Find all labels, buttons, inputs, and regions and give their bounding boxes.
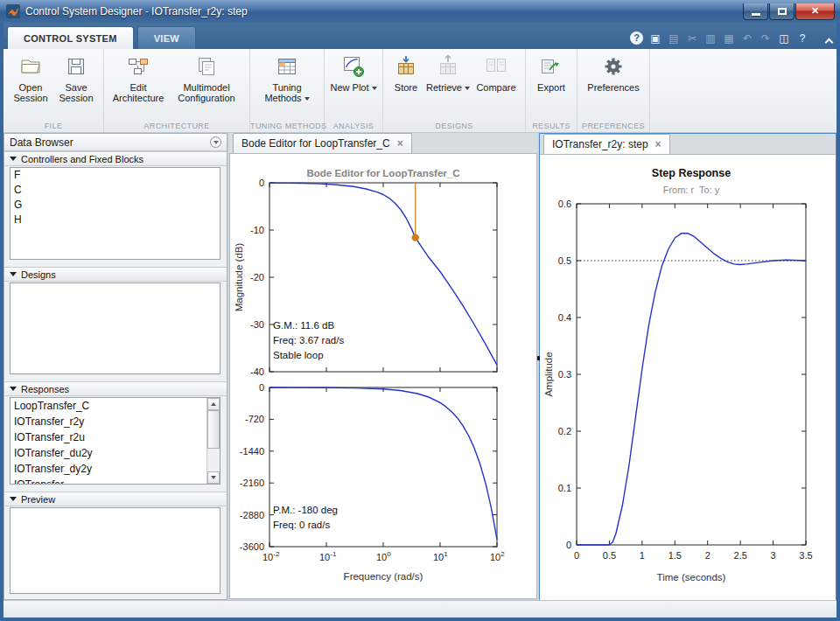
new-plot-button[interactable]: New Plot: [329, 52, 378, 120]
svg-text:1: 1: [640, 550, 645, 561]
scrollbar[interactable]: [206, 398, 220, 484]
open-session-button[interactable]: Open Session: [8, 52, 53, 120]
app-icon: [6, 4, 20, 18]
list-item[interactable]: IOTransfer_dy2y: [10, 461, 220, 477]
help-circle-icon[interactable]: ?: [630, 31, 643, 45]
tab-control-system[interactable]: CONTROL SYSTEM: [7, 26, 134, 49]
panel-menu-icon[interactable]: [210, 136, 221, 148]
svg-text:101: 101: [433, 550, 448, 562]
svg-text:-2880: -2880: [240, 510, 264, 520]
close-tab-icon[interactable]: ×: [397, 139, 403, 148]
close-tab-icon[interactable]: ×: [655, 140, 662, 149]
screenshot-icon[interactable]: ▣: [649, 32, 662, 45]
svg-text:-1440: -1440: [240, 446, 264, 457]
scrollbar-down-button[interactable]: [207, 471, 220, 484]
ribbon-group-label-analysis: ANALYSIS: [325, 122, 382, 130]
list-item[interactable]: IOTransfer_r2y: [10, 414, 220, 429]
help-icon[interactable]: ?: [796, 32, 808, 45]
step-response-plot[interactable]: 00.10.20.30.40.50.600.511.522.533.5Ampli…: [540, 155, 836, 599]
minimize-button[interactable]: [743, 3, 768, 20]
list-item[interactable]: G: [10, 198, 220, 213]
store-button[interactable]: Store: [388, 52, 424, 120]
section-header-designs[interactable]: Designs: [4, 267, 227, 282]
preferences-button[interactable]: Preferences: [582, 52, 645, 120]
gain-margin-marker[interactable]: [412, 234, 419, 241]
section-header-preview[interactable]: Preview: [4, 492, 227, 506]
window-title: Control System Designer - IOTransfer_r2y…: [25, 5, 248, 17]
maximize-button[interactable]: [769, 3, 794, 20]
svg-text:-2160: -2160: [240, 478, 264, 488]
svg-text:-20: -20: [250, 272, 264, 283]
list-item[interactable]: H: [10, 213, 220, 227]
undo-icon[interactable]: ↶: [741, 32, 753, 45]
svg-text:10-2: 10-2: [262, 550, 280, 562]
step-response-content: Step Response From: r To: y 00.10.20.30.…: [540, 155, 836, 600]
export-button[interactable]: Export: [530, 52, 572, 120]
save-icon[interactable]: ▤: [668, 32, 680, 45]
collapse-triangle-icon: [10, 272, 17, 276]
edit-architecture-button[interactable]: Edit Architecture: [108, 52, 168, 120]
multimodel-configuration-icon: [196, 53, 217, 80]
tab-step-response[interactable]: IOTransfer_r2y: step ×: [543, 134, 670, 154]
svg-text:0: 0: [566, 540, 571, 550]
close-button[interactable]: ✕: [795, 3, 835, 20]
svg-text:0.2: 0.2: [558, 426, 571, 436]
save-session-button[interactable]: Save Session: [53, 52, 99, 120]
list-item[interactable]: IOTransfer_: [10, 477, 220, 485]
step-response-panel: IOTransfer_r2y: step × Step Response Fro…: [539, 133, 836, 600]
tuning-methods-button[interactable]: Tuning Methods: [255, 52, 319, 120]
retrieve-button[interactable]: Retrieve: [424, 52, 472, 120]
list-item[interactable]: IOTransfer_du2y: [10, 445, 220, 461]
tab-view[interactable]: VIEW: [137, 26, 196, 49]
section-header-controllers[interactable]: Controllers and Fixed Blocks: [4, 151, 227, 166]
svg-text:0.3: 0.3: [558, 369, 571, 380]
ribbon-group-label-preferences: PREFERENCES: [578, 122, 649, 130]
paste-icon[interactable]: ▦: [723, 32, 735, 45]
control-system-designer-window: Control System Designer - IOTransfer_r2y…: [0, 0, 840, 621]
dropdown-caret-icon: [372, 87, 377, 90]
dropdown-caret-icon: [465, 87, 470, 90]
responses-list: LoopTransfer_CIOTransfer_r2yIOTransfer_r…: [10, 397, 220, 485]
section-header-responses[interactable]: Responses: [4, 381, 227, 396]
maximize-icon: [778, 8, 787, 15]
list-item[interactable]: LoopTransfer_C: [10, 398, 220, 414]
collapse-triangle-icon: [10, 387, 17, 391]
triangle-down-icon: [211, 476, 216, 479]
collapse-triangle-icon: [10, 497, 17, 501]
compare-button[interactable]: Compare: [472, 52, 521, 120]
list-item[interactable]: F: [10, 168, 220, 183]
preview-box: [10, 507, 220, 594]
ribbon-group-architecture: Edit Architecture Multimodel Configurati…: [104, 49, 250, 132]
scrollbar-up-button[interactable]: [207, 398, 220, 410]
controllers-list: FCGH: [10, 167, 220, 260]
copy-icon[interactable]: ▥: [704, 32, 717, 45]
ribbon-group-label-results: RESULTS: [526, 122, 577, 130]
list-item[interactable]: IOTransfer_r2u: [10, 429, 220, 445]
multimodel-configuration-button[interactable]: Multimodel Configuration: [168, 52, 245, 120]
svg-text:-10: -10: [250, 225, 264, 235]
x-axis-label: Frequency (rad/s): [344, 571, 424, 582]
tab-bode-editor[interactable]: Bode Editor for LoopTransfer_C ×: [233, 133, 412, 153]
svg-text:10-1: 10-1: [319, 550, 337, 562]
plot-annotation: P.M.: -180 deg: [273, 505, 338, 515]
y-axis-label: Amplitude: [543, 352, 554, 396]
scrollbar-thumb[interactable]: [207, 410, 220, 449]
designs-list: [10, 283, 220, 374]
ribbon-group-preferences: Preferences PREFERENCES: [578, 49, 650, 132]
triangle-up-icon: [211, 402, 216, 406]
cut-icon[interactable]: ✂: [686, 32, 698, 45]
edit-architecture-icon: [127, 53, 150, 80]
bode-tab-strip: Bode Editor for LoopTransfer_C ×: [229, 133, 537, 154]
dropdown-caret-icon: [304, 97, 310, 101]
list-item[interactable]: C: [10, 183, 220, 198]
svg-text:0.5: 0.5: [603, 550, 616, 561]
redo-icon[interactable]: ↷: [760, 32, 772, 45]
bode-editor-panel: Bode Editor for LoopTransfer_C × Bode Ed…: [229, 133, 537, 600]
data-browser-panel: Data Browser Controllers and Fixed Block…: [4, 133, 228, 600]
minimize-ribbon-button[interactable]: [821, 33, 836, 49]
bode-editor-plot[interactable]: 0-10-20-30-40G.M.: 11.6 dBFreq: 3.67 rad…: [230, 154, 536, 598]
retrieve-icon: [438, 53, 458, 80]
window-layout-icon[interactable]: ◫: [778, 32, 790, 45]
chevron-up-icon: [824, 38, 833, 47]
ribbon-group-tuning-methods: Tuning Methods TUNING METHODS: [250, 49, 325, 132]
